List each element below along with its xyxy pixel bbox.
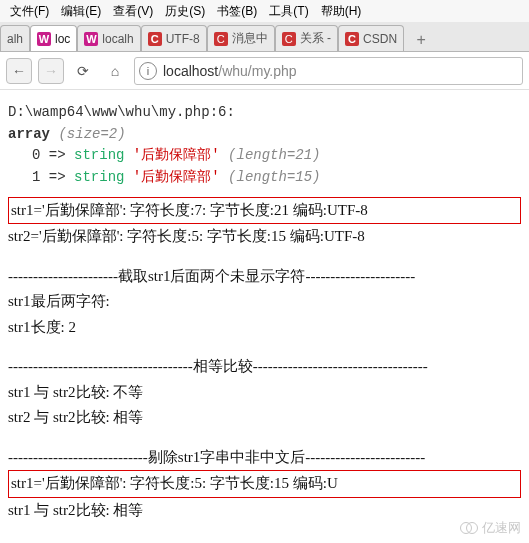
type-label: string bbox=[74, 147, 124, 163]
url-host: localhost bbox=[163, 63, 218, 79]
menu-history[interactable]: 历史(S) bbox=[159, 3, 211, 20]
url-bar[interactable]: i localhost/whu/my.php bbox=[134, 57, 523, 85]
xdebug-path: D:\wamp64\www\whu\my.php:6: bbox=[8, 102, 521, 124]
tab-5[interactable]: C 关系 - bbox=[275, 25, 338, 51]
site-info-icon[interactable]: i bbox=[139, 62, 157, 80]
back-button[interactable]: ← bbox=[6, 58, 32, 84]
watermark-icon bbox=[460, 522, 478, 534]
tab-label: CSDN bbox=[363, 32, 397, 46]
tab-3[interactable]: C UTF-8 bbox=[141, 25, 207, 51]
watermark-text: 亿速网 bbox=[482, 519, 521, 537]
idx: 1 bbox=[32, 169, 40, 185]
favicon-csdn-icon: C bbox=[282, 32, 296, 46]
url-text: localhost/whu/my.php bbox=[163, 63, 297, 79]
favicon-csdn-icon: C bbox=[148, 32, 162, 46]
highlight-str1-after: str1='后勤保障部': 字符长度:5: 字节长度:15 编码:U bbox=[8, 470, 521, 498]
menu-file[interactable]: 文件(F) bbox=[4, 3, 55, 20]
string-value: '后勤保障部' bbox=[133, 169, 220, 185]
tab-label: 消息中 bbox=[232, 30, 268, 47]
menu-tools[interactable]: 工具(T) bbox=[263, 3, 314, 20]
tab-label: loc bbox=[55, 32, 70, 46]
line-last2: str1最后两字符: bbox=[8, 289, 521, 315]
arrow-left-icon: ← bbox=[12, 63, 26, 79]
array-keyword: array bbox=[8, 126, 50, 142]
menu-bookmarks[interactable]: 书签(B) bbox=[211, 3, 263, 20]
tab-4[interactable]: C 消息中 bbox=[207, 25, 275, 51]
idx: 0 bbox=[32, 147, 40, 163]
favicon-csdn-icon: C bbox=[214, 32, 228, 46]
tab-label: alh bbox=[7, 32, 23, 46]
home-button[interactable]: ⌂ bbox=[102, 58, 128, 84]
home-icon: ⌂ bbox=[111, 63, 119, 79]
tab-label: UTF-8 bbox=[166, 32, 200, 46]
nav-bar: ← → ⟳ ⌂ i localhost/whu/my.php bbox=[0, 52, 529, 90]
favicon-wamp-icon: W bbox=[37, 32, 51, 46]
arrow-right-icon: → bbox=[44, 63, 58, 79]
favicon-csdn-icon: C bbox=[345, 32, 359, 46]
menu-help[interactable]: 帮助(H) bbox=[315, 3, 368, 20]
string-value: '后勤保障部' bbox=[133, 147, 220, 163]
output-block: str1='后勤保障部': 字符长度:7: 字节长度:21 编码:UTF-8 s… bbox=[8, 197, 521, 524]
type-label: string bbox=[74, 169, 124, 185]
tab-6[interactable]: C CSDN bbox=[338, 25, 404, 51]
forward-button[interactable]: → bbox=[38, 58, 64, 84]
tab-label: 关系 - bbox=[300, 30, 331, 47]
array-row-1: 1 => string '后勤保障部' (length=15) bbox=[8, 167, 521, 189]
line-cmp3: str1 与 str2比较: 相等 bbox=[8, 498, 521, 524]
tab-0[interactable]: alh bbox=[0, 25, 30, 51]
separator-1: ----------------------截取str1后面两个未显示字符---… bbox=[8, 264, 521, 290]
reload-icon: ⟳ bbox=[77, 63, 89, 79]
array-size: (size=2) bbox=[58, 126, 125, 142]
separator-3: ----------------------------剔除str1字串中非中文… bbox=[8, 445, 521, 471]
menu-view[interactable]: 查看(V) bbox=[107, 3, 159, 20]
tab-1-active[interactable]: W loc bbox=[30, 25, 77, 51]
tab-label: localh bbox=[102, 32, 133, 46]
arrow: => bbox=[49, 169, 66, 185]
line-cmp2: str2 与 str2比较: 相等 bbox=[8, 405, 521, 431]
new-tab-button[interactable]: + bbox=[408, 29, 434, 51]
arrow: => bbox=[49, 147, 66, 163]
tab-strip: alh W loc W localh C UTF-8 C 消息中 C 关系 - … bbox=[0, 22, 529, 52]
array-row-0: 0 => string '后勤保障部' (length=21) bbox=[8, 145, 521, 167]
line-str2-info: str2='后勤保障部': 字符长度:5: 字节长度:15 编码:UTF-8 bbox=[8, 224, 521, 250]
url-path: /whu/my.php bbox=[218, 63, 296, 79]
length-label: (length=21) bbox=[228, 147, 320, 163]
watermark: 亿速网 bbox=[460, 519, 521, 537]
favicon-wamp-icon: W bbox=[84, 32, 98, 46]
tab-2[interactable]: W localh bbox=[77, 25, 140, 51]
reload-button[interactable]: ⟳ bbox=[70, 58, 96, 84]
page-content: D:\wamp64\www\whu\my.php:6: array (size=… bbox=[0, 90, 529, 531]
xdebug-array-line: array (size=2) bbox=[8, 124, 521, 146]
line-len: str1长度: 2 bbox=[8, 315, 521, 341]
menu-edit[interactable]: 编辑(E) bbox=[55, 3, 107, 20]
menu-bar: 文件(F) 编辑(E) 查看(V) 历史(S) 书签(B) 工具(T) 帮助(H… bbox=[0, 0, 529, 22]
highlight-str1: str1='后勤保障部': 字符长度:7: 字节长度:21 编码:UTF-8 bbox=[8, 197, 521, 225]
length-label: (length=15) bbox=[228, 169, 320, 185]
separator-2: -------------------------------------相等比… bbox=[8, 354, 521, 380]
line-cmp1: str1 与 str2比较: 不等 bbox=[8, 380, 521, 406]
